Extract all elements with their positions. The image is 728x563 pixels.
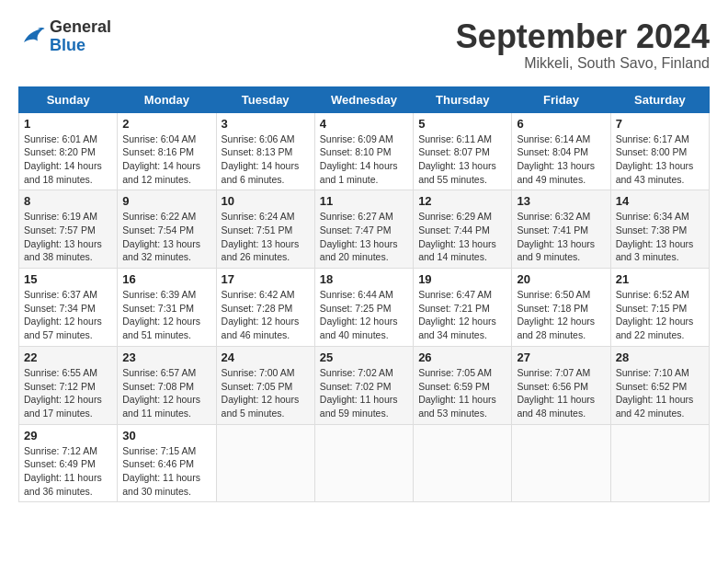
calendar-week-row: 22Sunrise: 6:55 AMSunset: 7:12 PMDayligh… bbox=[19, 346, 710, 424]
day-number: 9 bbox=[122, 194, 210, 208]
main-title: September 2024 bbox=[456, 18, 710, 55]
calendar-week-row: 15Sunrise: 6:37 AMSunset: 7:34 PMDayligh… bbox=[19, 269, 710, 347]
day-number: 4 bbox=[320, 117, 408, 131]
calendar-table: SundayMondayTuesdayWednesdayThursdayFrid… bbox=[18, 86, 710, 503]
calendar-cell: 5Sunrise: 6:11 AMSunset: 8:07 PMDaylight… bbox=[414, 112, 512, 190]
day-info: Sunrise: 6:47 AMSunset: 7:21 PMDaylight:… bbox=[418, 288, 506, 342]
calendar-cell: 24Sunrise: 7:00 AMSunset: 7:05 PMDayligh… bbox=[216, 346, 314, 424]
calendar-cell: 10Sunrise: 6:24 AMSunset: 7:51 PMDayligh… bbox=[216, 190, 314, 269]
calendar-cell: 4Sunrise: 6:09 AMSunset: 8:10 PMDaylight… bbox=[314, 112, 413, 190]
calendar-header-tuesday: Tuesday bbox=[216, 86, 314, 112]
calendar-cell bbox=[512, 424, 610, 502]
calendar-cell: 27Sunrise: 7:07 AMSunset: 6:56 PMDayligh… bbox=[512, 346, 610, 424]
subtitle: Mikkeli, South Savo, Finland bbox=[456, 55, 710, 72]
day-info: Sunrise: 6:09 AMSunset: 8:10 PMDaylight:… bbox=[320, 132, 408, 187]
calendar-cell: 21Sunrise: 6:52 AMSunset: 7:15 PMDayligh… bbox=[610, 269, 709, 347]
calendar-cell: 22Sunrise: 6:55 AMSunset: 7:12 PMDayligh… bbox=[19, 346, 118, 424]
logo: General Blue bbox=[18, 18, 111, 55]
day-number: 6 bbox=[517, 117, 605, 131]
day-number: 21 bbox=[616, 272, 704, 286]
calendar-cell: 6Sunrise: 6:14 AMSunset: 8:04 PMDaylight… bbox=[512, 112, 610, 190]
day-number: 28 bbox=[616, 350, 704, 364]
day-info: Sunrise: 7:05 AMSunset: 6:59 PMDaylight:… bbox=[418, 366, 506, 420]
day-info: Sunrise: 6:32 AMSunset: 7:41 PMDaylight:… bbox=[517, 210, 605, 264]
day-info: Sunrise: 6:27 AMSunset: 7:47 PMDaylight:… bbox=[320, 210, 408, 264]
day-info: Sunrise: 6:55 AMSunset: 7:12 PMDaylight:… bbox=[24, 366, 112, 420]
calendar-cell bbox=[216, 424, 314, 502]
day-number: 7 bbox=[616, 117, 704, 131]
calendar-cell: 28Sunrise: 7:10 AMSunset: 6:52 PMDayligh… bbox=[610, 346, 709, 424]
calendar-cell: 3Sunrise: 6:06 AMSunset: 8:13 PMDaylight… bbox=[216, 112, 314, 190]
calendar-cell bbox=[610, 424, 709, 502]
calendar-week-row: 8Sunrise: 6:19 AMSunset: 7:57 PMDaylight… bbox=[19, 190, 710, 269]
calendar-cell: 20Sunrise: 6:50 AMSunset: 7:18 PMDayligh… bbox=[512, 269, 610, 347]
logo-general: General bbox=[50, 18, 111, 37]
day-number: 5 bbox=[418, 117, 506, 131]
day-number: 17 bbox=[222, 272, 310, 286]
day-number: 25 bbox=[320, 350, 408, 364]
day-number: 13 bbox=[517, 194, 605, 208]
logo-text: General Blue bbox=[50, 18, 111, 55]
calendar-header-sunday: Sunday bbox=[19, 86, 118, 112]
day-number: 2 bbox=[122, 117, 210, 131]
calendar-cell: 2Sunrise: 6:04 AMSunset: 8:16 PMDaylight… bbox=[118, 112, 216, 190]
day-number: 20 bbox=[517, 272, 605, 286]
day-info: Sunrise: 6:37 AMSunset: 7:34 PMDaylight:… bbox=[24, 288, 112, 342]
day-info: Sunrise: 6:29 AMSunset: 7:44 PMDaylight:… bbox=[418, 210, 506, 264]
day-info: Sunrise: 6:01 AMSunset: 8:20 PMDaylight:… bbox=[24, 132, 112, 187]
day-number: 15 bbox=[24, 272, 112, 286]
calendar-cell: 14Sunrise: 6:34 AMSunset: 7:38 PMDayligh… bbox=[610, 190, 709, 269]
calendar-cell: 17Sunrise: 6:42 AMSunset: 7:28 PMDayligh… bbox=[216, 269, 314, 347]
day-number: 29 bbox=[24, 429, 112, 442]
day-info: Sunrise: 7:00 AMSunset: 7:05 PMDaylight:… bbox=[222, 366, 310, 420]
calendar-cell: 9Sunrise: 6:22 AMSunset: 7:54 PMDaylight… bbox=[118, 190, 216, 269]
day-number: 27 bbox=[517, 350, 605, 364]
calendar-cell: 7Sunrise: 6:17 AMSunset: 8:00 PMDaylight… bbox=[610, 112, 709, 190]
calendar-cell: 29Sunrise: 7:12 AMSunset: 6:49 PMDayligh… bbox=[19, 424, 118, 502]
day-number: 1 bbox=[24, 117, 112, 131]
day-number: 26 bbox=[418, 350, 506, 364]
day-info: Sunrise: 7:02 AMSunset: 7:02 PMDaylight:… bbox=[320, 366, 408, 420]
day-info: Sunrise: 6:52 AMSunset: 7:15 PMDaylight:… bbox=[616, 288, 704, 342]
day-number: 16 bbox=[122, 272, 210, 286]
calendar-cell: 11Sunrise: 6:27 AMSunset: 7:47 PMDayligh… bbox=[314, 190, 413, 269]
calendar-header-saturday: Saturday bbox=[610, 86, 709, 112]
day-info: Sunrise: 6:24 AMSunset: 7:51 PMDaylight:… bbox=[222, 210, 310, 264]
calendar-cell: 13Sunrise: 6:32 AMSunset: 7:41 PMDayligh… bbox=[512, 190, 610, 269]
calendar-cell: 25Sunrise: 7:02 AMSunset: 7:02 PMDayligh… bbox=[314, 346, 413, 424]
calendar-header-monday: Monday bbox=[118, 86, 216, 112]
calendar-cell: 12Sunrise: 6:29 AMSunset: 7:44 PMDayligh… bbox=[414, 190, 512, 269]
day-info: Sunrise: 6:04 AMSunset: 8:16 PMDaylight:… bbox=[122, 132, 210, 187]
logo-bird-icon bbox=[18, 23, 46, 51]
day-info: Sunrise: 7:15 AMSunset: 6:46 PMDaylight:… bbox=[122, 444, 210, 499]
day-info: Sunrise: 6:50 AMSunset: 7:18 PMDaylight:… bbox=[517, 288, 605, 342]
day-number: 23 bbox=[122, 350, 210, 364]
day-info: Sunrise: 6:34 AMSunset: 7:38 PMDaylight:… bbox=[616, 210, 704, 264]
day-number: 10 bbox=[222, 194, 310, 208]
calendar-cell: 16Sunrise: 6:39 AMSunset: 7:31 PMDayligh… bbox=[118, 269, 216, 347]
day-info: Sunrise: 6:06 AMSunset: 8:13 PMDaylight:… bbox=[222, 132, 310, 187]
day-number: 12 bbox=[418, 194, 506, 208]
day-number: 11 bbox=[320, 194, 408, 208]
day-info: Sunrise: 6:44 AMSunset: 7:25 PMDaylight:… bbox=[320, 288, 408, 342]
day-info: Sunrise: 7:12 AMSunset: 6:49 PMDaylight:… bbox=[24, 444, 112, 499]
day-number: 8 bbox=[24, 194, 112, 208]
day-info: Sunrise: 6:14 AMSunset: 8:04 PMDaylight:… bbox=[517, 132, 605, 187]
day-number: 22 bbox=[24, 350, 112, 364]
calendar-cell bbox=[414, 424, 512, 502]
day-info: Sunrise: 7:07 AMSunset: 6:56 PMDaylight:… bbox=[517, 366, 605, 420]
day-info: Sunrise: 6:39 AMSunset: 7:31 PMDaylight:… bbox=[122, 288, 210, 342]
calendar-cell: 18Sunrise: 6:44 AMSunset: 7:25 PMDayligh… bbox=[314, 269, 413, 347]
day-number: 30 bbox=[122, 429, 210, 442]
calendar-week-row: 29Sunrise: 7:12 AMSunset: 6:49 PMDayligh… bbox=[19, 424, 710, 502]
calendar-header-friday: Friday bbox=[512, 86, 610, 112]
calendar-cell: 19Sunrise: 6:47 AMSunset: 7:21 PMDayligh… bbox=[414, 269, 512, 347]
calendar-cell: 1Sunrise: 6:01 AMSunset: 8:20 PMDaylight… bbox=[19, 112, 118, 190]
page-header: General Blue September 2024 Mikkeli, Sou… bbox=[18, 18, 710, 72]
day-number: 24 bbox=[222, 350, 310, 364]
day-info: Sunrise: 6:42 AMSunset: 7:28 PMDaylight:… bbox=[222, 288, 310, 342]
day-number: 19 bbox=[418, 272, 506, 286]
calendar-header-row: SundayMondayTuesdayWednesdayThursdayFrid… bbox=[19, 86, 710, 112]
calendar-week-row: 1Sunrise: 6:01 AMSunset: 8:20 PMDaylight… bbox=[19, 112, 710, 190]
calendar-cell: 23Sunrise: 6:57 AMSunset: 7:08 PMDayligh… bbox=[118, 346, 216, 424]
